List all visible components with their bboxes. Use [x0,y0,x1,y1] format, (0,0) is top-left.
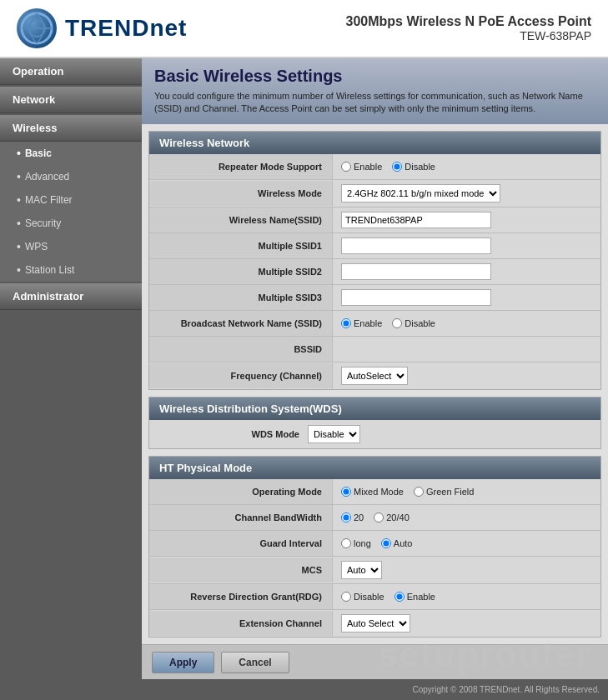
wireless-network-section: Wireless Network Repeater Mode Support E… [148,131,601,390]
sidebar-item-advanced-label: Advanced [25,171,69,182]
rdg-disable-label[interactable]: Disable [341,592,384,602]
wireless-mode-row: Wireless Mode 2.4GHz 802.11 b/g/n mixed … [149,180,600,208]
sidebar-item-security[interactable]: Security [0,212,142,235]
channel-bandwidth-label: Channel BandWidth [149,505,333,530]
wireless-mode-label: Wireless Mode [149,181,333,206]
rdg-label: Reverse Direction Grant(RDG) [149,584,333,609]
page-description: You could configure the minimum number o… [154,90,595,116]
guard-auto-radio[interactable] [381,538,391,548]
wireless-name-value [333,208,600,232]
operating-mode-label: Operating Mode [149,479,333,504]
copyright-text: Copyright © 2008 TRENDnet. All Rights Re… [412,685,600,694]
page-header: TRENDnet 300Mbps Wireless N PoE Access P… [0,0,608,58]
product-title: 300Mbps Wireless N PoE Access Point [346,14,591,29]
operating-mode-value: Mixed Mode Green Field [333,482,600,501]
rdg-enable-radio[interactable] [394,592,404,602]
frequency-select[interactable]: AutoSelect [341,367,408,385]
sidebar-header-network[interactable]: Network [0,87,142,113]
multiple-ssid3-input[interactable] [341,289,491,306]
bw-20-label[interactable]: 20 [341,512,364,522]
sidebar-header-wireless[interactable]: Wireless [0,115,142,142]
bw-2040-label[interactable]: 20/40 [374,512,410,522]
rdg-disable-radio[interactable] [341,592,351,602]
rdg-radio-group: Disable Enable [341,592,435,602]
mcs-row: MCS Auto [149,557,600,584]
sidebar-header-operation[interactable]: Operation [0,58,142,85]
wireless-name-label: Wireless Name(SSID) [149,208,333,232]
brand-name: TRENDnet [65,15,187,42]
green-field-label[interactable]: Green Field [414,487,474,497]
wds-mode-label: WDS Mode [158,429,308,439]
wireless-network-body: Repeater Mode Support Enable Disable [149,154,600,389]
channel-bandwidth-value: 20 20/40 [333,508,600,527]
bw-20-radio[interactable] [341,512,351,522]
broadcast-disable-radio[interactable] [392,318,402,328]
mixed-mode-radio[interactable] [341,487,351,497]
bw-2040-radio[interactable] [374,512,384,522]
sidebar-wireless-items: Basic Advanced MAC Filter Security WPS S… [0,142,142,282]
multiple-ssid2-label: Multiple SSID2 [149,259,333,284]
sidebar-item-station-list[interactable]: Station List [0,258,142,282]
wireless-name-row: Wireless Name(SSID) [149,208,600,233]
repeater-disable-label[interactable]: Disable [392,162,435,172]
ht-physical-body: Operating Mode Mixed Mode Green Field [149,479,600,637]
guard-long-label[interactable]: long [341,538,371,548]
broadcast-enable-radio[interactable] [341,318,351,328]
wds-header: Wireless Distribution System(WDS) [149,398,600,420]
repeater-disable-radio[interactable] [392,162,402,172]
repeater-enable-label[interactable]: Enable [341,162,382,172]
repeater-mode-radio-group: Enable Disable [341,162,435,172]
wds-section: Wireless Distribution System(WDS) WDS Mo… [148,397,601,449]
sidebar-item-basic[interactable]: Basic [0,142,142,165]
bssid-row: BSSID [149,337,600,362]
logo-icon [17,8,57,48]
repeater-enable-radio[interactable] [341,162,351,172]
extension-channel-row: Extension Channel Auto Select [149,610,600,637]
sidebar-item-basic-label: Basic [25,148,52,159]
sidebar-item-advanced[interactable]: Advanced [0,165,142,188]
bssid-label: BSSID [149,337,333,362]
wireless-mode-select[interactable]: 2.4GHz 802.11 b/g/n mixed mode [341,184,500,202]
sidebar-header-administrator[interactable]: Administrator [0,283,142,310]
repeater-mode-row: Repeater Mode Support Enable Disable [149,154,600,180]
multiple-ssid2-input[interactable] [341,263,491,280]
product-info: 300Mbps Wireless N PoE Access Point TEW-… [346,14,591,42]
rdg-enable-label[interactable]: Enable [394,592,435,602]
mixed-mode-label[interactable]: Mixed Mode [341,487,404,497]
green-field-radio[interactable] [414,487,424,497]
apply-button[interactable]: Apply [152,652,214,673]
sidebar-section-network: Network [0,87,142,113]
rdg-value: Disable Enable [333,588,600,606]
wireless-mode-value: 2.4GHz 802.11 b/g/n mixed mode [333,180,600,207]
wireless-network-header: Wireless Network [149,132,600,154]
broadcast-disable-label[interactable]: Disable [392,318,435,328]
guard-long-radio[interactable] [341,538,351,548]
wds-mode-select[interactable]: Disable Enable [308,425,360,443]
guard-interval-row: Guard Interval long Auto [149,531,600,557]
frequency-value: AutoSelect [333,362,600,389]
guard-interval-value: long Auto [333,534,600,552]
cancel-button[interactable]: Cancel [221,652,289,673]
sidebar-section-administrator: Administrator [0,283,142,310]
guard-auto-label[interactable]: Auto [381,538,413,548]
broadcast-enable-label[interactable]: Enable [341,318,382,328]
wireless-name-input[interactable] [341,212,491,228]
ht-physical-section: HT Physical Mode Operating Mode Mixed Mo… [148,456,601,638]
broadcast-ssid-radio-group: Enable Disable [341,318,435,328]
frequency-label: Frequency (Channel) [149,363,333,388]
multiple-ssid3-row: Multiple SSID3 [149,285,600,311]
multiple-ssid1-input[interactable] [341,238,491,254]
mcs-select[interactable]: Auto [341,561,382,579]
sidebar-item-mac-filter[interactable]: MAC Filter [0,188,142,212]
sidebar: Operation Network Wireless Basic Advance… [0,58,142,679]
multiple-ssid3-value [333,285,600,310]
sidebar-section-operation: Operation [0,58,142,85]
frequency-row: Frequency (Channel) AutoSelect [149,362,600,389]
bssid-value [333,345,600,353]
extension-channel-select[interactable]: Auto Select [341,614,410,632]
extension-channel-label: Extension Channel [149,611,333,636]
product-model: TEW-638PAP [346,29,591,42]
ht-physical-header: HT Physical Mode [149,457,600,479]
multiple-ssid1-label: Multiple SSID1 [149,233,333,258]
sidebar-item-wps[interactable]: WPS [0,235,142,258]
